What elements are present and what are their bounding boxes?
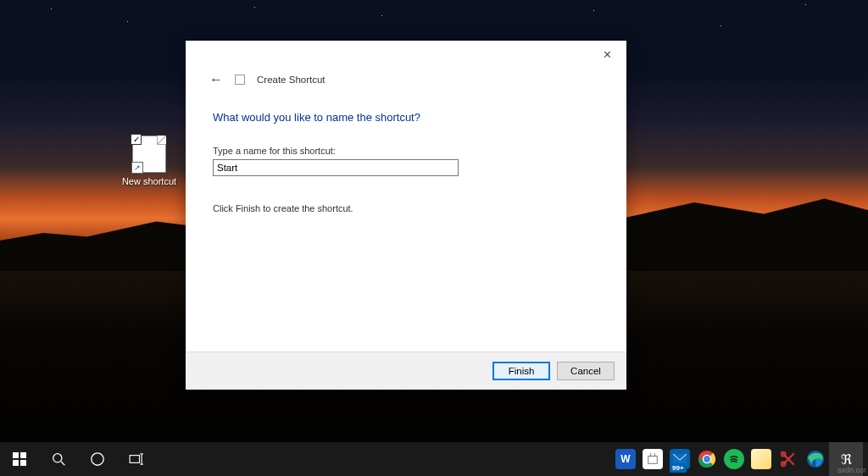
windows-logo-icon bbox=[13, 452, 26, 466]
helper-text: Click Finish to create the shortcut. bbox=[213, 203, 599, 213]
taskbar-app-spotify[interactable] bbox=[721, 442, 748, 476]
svg-rect-2 bbox=[13, 460, 19, 466]
dialog-footer: Finish Cancel bbox=[186, 351, 626, 390]
taskbar-app-notes[interactable] bbox=[748, 442, 775, 476]
app-letter-icon: ℜ bbox=[841, 451, 852, 468]
desktop-shortcut-icon[interactable]: ✓ ↗ New shortcut bbox=[117, 136, 181, 186]
taskbar-app-chrome[interactable] bbox=[693, 442, 721, 476]
cancel-button[interactable]: Cancel bbox=[557, 362, 615, 380]
taskbar-app-word[interactable]: W bbox=[612, 442, 639, 476]
mail-badge: 99+ bbox=[670, 463, 687, 473]
name-field-label: Type a name for this shortcut: bbox=[213, 146, 599, 156]
word-icon: W bbox=[615, 449, 636, 469]
create-shortcut-dialog: ✕ ← Create Shortcut What would you like … bbox=[186, 41, 626, 390]
taskbar-app-store[interactable] bbox=[639, 442, 666, 476]
svg-rect-0 bbox=[13, 452, 19, 458]
back-arrow-icon[interactable]: ← bbox=[209, 72, 223, 87]
svg-rect-3 bbox=[20, 460, 26, 466]
start-button[interactable] bbox=[0, 442, 39, 476]
taskbar-left bbox=[0, 442, 156, 476]
cortana-icon bbox=[90, 451, 105, 467]
task-view-icon bbox=[129, 453, 144, 465]
chrome-icon bbox=[697, 449, 717, 469]
svg-line-5 bbox=[61, 462, 64, 465]
task-view-button[interactable] bbox=[117, 442, 156, 476]
taskbar: W 99+ bbox=[0, 442, 868, 476]
dialog-heading: What would you like to name the shortcut… bbox=[213, 111, 599, 124]
wizard-icon bbox=[235, 75, 245, 85]
snip-icon bbox=[778, 449, 798, 469]
svg-rect-7 bbox=[130, 456, 139, 463]
stars bbox=[0, 0, 868, 42]
selection-checkbox-icon: ✓ bbox=[131, 134, 142, 145]
taskbar-right: W 99+ bbox=[612, 442, 868, 476]
store-icon bbox=[643, 449, 663, 469]
taskbar-app-mail[interactable]: 99+ bbox=[666, 442, 693, 476]
spotify-icon bbox=[724, 449, 744, 469]
search-icon bbox=[52, 452, 66, 467]
svg-point-4 bbox=[53, 453, 61, 462]
svg-point-6 bbox=[92, 453, 103, 465]
close-button[interactable]: ✕ bbox=[588, 42, 626, 67]
wizard-title: Create Shortcut bbox=[257, 75, 326, 85]
desktop-icon-label: New shortcut bbox=[117, 176, 181, 186]
svg-rect-11 bbox=[648, 457, 658, 464]
cortana-button[interactable] bbox=[78, 442, 117, 476]
search-button[interactable] bbox=[39, 442, 78, 476]
taskbar-app-snip[interactable] bbox=[775, 442, 802, 476]
finish-button[interactable]: Finish bbox=[492, 362, 550, 380]
taskbar-app-edge[interactable] bbox=[802, 442, 829, 476]
dialog-header: ← Create Shortcut bbox=[186, 68, 626, 96]
dialog-titlebar[interactable]: ✕ bbox=[186, 41, 626, 68]
shortcut-name-input[interactable] bbox=[213, 159, 459, 176]
sticky-notes-icon bbox=[751, 449, 771, 469]
file-icon: ✓ ↗ bbox=[132, 136, 166, 173]
svg-rect-1 bbox=[20, 452, 26, 458]
edge-icon bbox=[805, 449, 826, 469]
show-desktop-button[interactable]: ℜ bbox=[829, 442, 863, 476]
dialog-body: What would you like to name the shortcut… bbox=[186, 96, 626, 351]
shortcut-arrow-icon: ↗ bbox=[131, 162, 143, 174]
